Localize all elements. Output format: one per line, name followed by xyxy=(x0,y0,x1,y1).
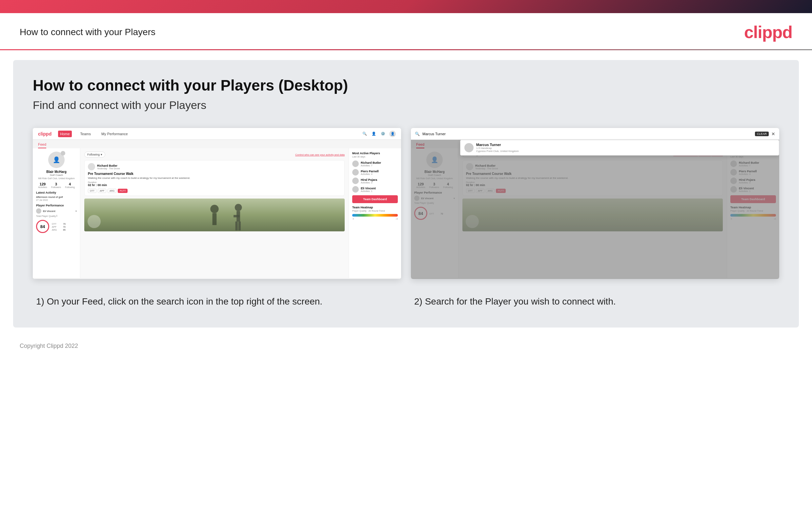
app-nav-1: clippd Home Teams My Performance 🔍 👤 ⚙️ … xyxy=(33,128,401,140)
settings-icon[interactable]: ⚙️ xyxy=(380,131,386,137)
search-result-name: Marcus Turner xyxy=(476,143,519,147)
search-results-dropdown: Marcus Turner 1-5 Handicap Cypress Point… xyxy=(460,140,779,156)
avatar-icon[interactable]: 👤 xyxy=(389,131,396,137)
svg-rect-6 xyxy=(212,213,217,225)
main-subtitle: Find and connect with your Players xyxy=(33,99,779,112)
svg-rect-2 xyxy=(234,215,239,217)
page-title: How to connect with your Players xyxy=(20,27,155,37)
quality-bars: OTT 79 APP 70 ARG xyxy=(52,223,65,232)
nav-item-home[interactable]: Home xyxy=(58,131,71,137)
search-result-club: Cypress Point Club, United Kingdom xyxy=(476,150,519,153)
quality-score: 84 xyxy=(36,220,49,233)
player-avatar xyxy=(36,208,41,214)
activity-image-overlay xyxy=(88,215,101,228)
heatmap-bar xyxy=(352,214,398,217)
svg-rect-3 xyxy=(235,221,238,230)
caption-text-2: 2) Search for the Player you wish to con… xyxy=(414,295,776,308)
screenshots-row: clippd Home Teams My Performance 🔍 👤 ⚙️ … xyxy=(33,128,779,279)
nav-item-performance[interactable]: My Performance xyxy=(99,131,130,137)
middle-panel: Following ▾ Control who can see your act… xyxy=(80,148,349,278)
following-bar: Following ▾ Control who can see your act… xyxy=(84,152,345,158)
nav-icons: 🔍 👤 ⚙️ 👤 xyxy=(362,131,396,137)
app-body-1: 👤 Blair McHarg Golf Coach Mill Ride Golf… xyxy=(33,148,401,278)
header-divider xyxy=(0,49,812,50)
control-link[interactable]: Control who can see your activity and da… xyxy=(295,153,345,156)
active-player-3: Hiral Pujara Activities: 3 xyxy=(352,177,398,184)
stat-activities: 129 Activities xyxy=(38,182,47,188)
svg-rect-4 xyxy=(238,221,241,230)
profile-club: Mill Ride Golf Club, United Kingdom xyxy=(36,177,77,179)
duration-value: 02 hr : 00 min xyxy=(88,183,341,187)
app-mockup-2: clippd Home Teams My Performance 🔍 👤 ⚙️ … xyxy=(411,128,779,279)
user-icon[interactable]: 👤 xyxy=(371,131,377,137)
most-active-title: Most Active Players xyxy=(352,152,398,155)
caption-2: 2) Search for the Player you wish to con… xyxy=(411,295,779,308)
search-input[interactable] xyxy=(422,132,752,136)
heatmap-labels: -5 +5 xyxy=(352,218,398,220)
tag-arg[interactable]: ARG xyxy=(107,189,116,193)
caption-1: 1) On your Feed, click on the search ico… xyxy=(33,295,401,308)
player-performance-row: Eli Vincent ▾ xyxy=(36,208,77,214)
caption-row: 1) On your Feed, click on the search ico… xyxy=(33,295,779,308)
player-name: Eli Vincent xyxy=(43,210,55,213)
app-mockup-1: clippd Home Teams My Performance 🔍 👤 ⚙️ … xyxy=(33,128,401,279)
search-result-item[interactable]: Marcus Turner 1-5 Handicap Cypress Point… xyxy=(464,143,775,153)
main-content: How to connect with your Players (Deskto… xyxy=(13,60,799,328)
clear-button[interactable]: CLEAR xyxy=(755,132,769,136)
activity-user: Richard Butler xyxy=(97,164,120,167)
caption-text-1: 1) On your Feed, click on the search ico… xyxy=(36,295,398,308)
svg-point-5 xyxy=(210,205,219,213)
tag-app[interactable]: APP xyxy=(98,189,106,193)
latest-activity-label: Latest Activity xyxy=(36,191,77,194)
most-active-period: Last 30 days xyxy=(352,156,398,158)
top-bar xyxy=(0,0,812,13)
screenshot-1: clippd Home Teams My Performance 🔍 👤 ⚙️ … xyxy=(33,128,401,279)
logo: clippd xyxy=(744,22,792,42)
player-performance-label: Player Performance xyxy=(36,204,77,207)
active-player-2: Piers Parnell Activities: 4 xyxy=(352,169,398,176)
header: How to connect with your Players clippd xyxy=(0,13,812,49)
footer: Copyright Clippd 2022 xyxy=(0,337,812,355)
active-player-1: Richard Butler Activities: 7 xyxy=(352,161,398,167)
close-button[interactable]: ✕ xyxy=(771,131,775,136)
activity-meta: Yesterday · The Grove xyxy=(97,167,120,170)
bar-ott: OTT 79 xyxy=(52,223,65,225)
following-button[interactable]: Following ▾ xyxy=(84,152,105,158)
latest-activity-date: 27 Jul 2022 xyxy=(36,199,77,201)
profile-name: Blair McHarg xyxy=(36,170,77,174)
tag-ott[interactable]: OTT xyxy=(88,189,96,193)
bar-arg: ARG 65 xyxy=(52,229,65,231)
svg-point-0 xyxy=(235,204,242,211)
team-dashboard-button[interactable]: Team Dashboard xyxy=(352,195,398,203)
heatmap-subtitle: Player Quality · 20 Round Trend xyxy=(352,210,398,212)
activity-avatar xyxy=(88,163,95,170)
screenshot-2: clippd Home Teams My Performance 🔍 👤 ⚙️ … xyxy=(411,128,779,279)
active-player-4: Eli Vincent Activities: 1 xyxy=(352,186,398,193)
search-icon[interactable]: 🔍 xyxy=(362,131,368,137)
heatmap-title: Team Heatmap xyxy=(352,206,398,209)
tag-row: OTT APP ARG PUTT xyxy=(88,189,341,193)
bar-app: APP 70 xyxy=(52,226,65,228)
search-bar: 🔍 CLEAR ✕ xyxy=(411,128,779,140)
activity-desc: Walking the course with my coach to buil… xyxy=(88,176,341,179)
player-avatar-4 xyxy=(352,186,359,193)
feed-tab-item[interactable]: Feed xyxy=(38,142,46,148)
stat-followers: 3 Followers xyxy=(51,182,61,188)
dropdown-arrow-icon[interactable]: ▾ xyxy=(76,210,77,213)
player-avatar-1 xyxy=(352,161,359,167)
activity-image xyxy=(84,199,345,231)
quality-label: Total Player Quality ℹ xyxy=(36,215,77,217)
player-avatar-3 xyxy=(352,177,359,184)
search-result-handicap: 1-5 Handicap xyxy=(476,147,519,150)
golfer-svg xyxy=(84,199,345,231)
search-result-avatar xyxy=(464,143,474,152)
left-panel: 👤 Blair McHarg Golf Coach Mill Ride Golf… xyxy=(33,148,80,278)
profile-role: Golf Coach xyxy=(36,174,77,176)
player-avatar-2 xyxy=(352,169,359,176)
search-icon-overlay: 🔍 xyxy=(415,132,420,136)
stat-following: 4 Following xyxy=(65,182,75,188)
app-nav-logo: clippd xyxy=(38,131,51,136)
nav-item-teams[interactable]: Teams xyxy=(78,131,93,137)
tag-putt[interactable]: PUTT xyxy=(118,189,128,193)
duration-label: Duration xyxy=(88,181,341,183)
